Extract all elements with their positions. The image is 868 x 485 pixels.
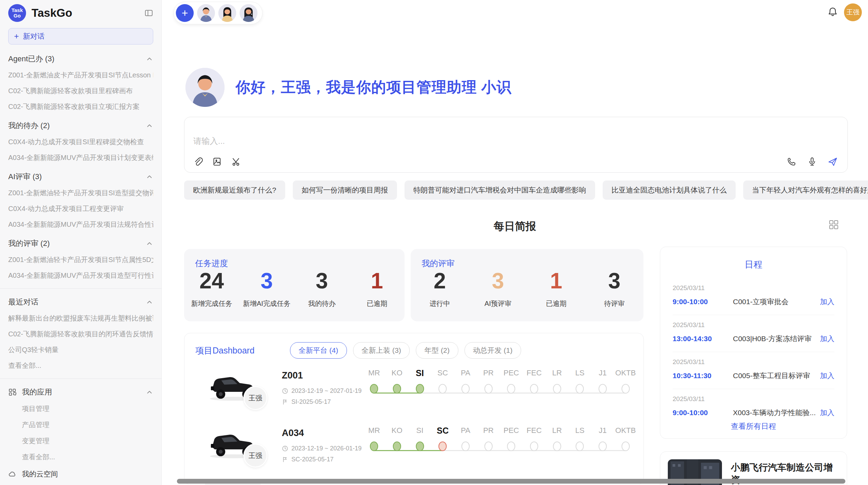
schedule-item[interactable]: 2025/03/11 13:00-14:30 C003|H0B-方案冻结评审 加… [673,315,834,352]
project-row-a034[interactable]: 王强 A034 2023-12-19 ~ 2026-01-19 SC-2025-… [184,420,643,478]
schedule-item[interactable]: 2025/03/11 9:00-10:00 C001-立项审批会 加入 [673,278,834,315]
milestone-label: J1 [591,421,614,437]
recent-conversation-item[interactable]: 公司Q3轻卡销量 [8,345,153,355]
milestone-dot [576,384,584,394]
image-icon[interactable] [212,157,222,167]
suggestion-chip[interactable]: 欧洲新规最近颁布了什么? [184,181,285,200]
plus-icon: + [14,32,19,41]
milestone-dot [438,442,447,451]
chat-input-placeholder: 请输入... [193,136,225,147]
horizontal-scrollbar[interactable] [177,479,845,484]
milestone-label: SC [431,421,454,437]
layout-grid-icon[interactable] [829,220,839,230]
section-title: 我的应用 [22,387,146,397]
sidebar-item[interactable]: C02-飞腾新能源轻客改款项目立项汇报方案 [8,102,153,111]
schedule-event-title: X003-车辆动力学性能验... [733,408,820,418]
my-apps-header[interactable]: 我的应用 [8,387,153,397]
sidebar-item[interactable]: A034-全新新能源MUV产品开发项目计划变更表编写 [8,153,153,162]
sidebar-item[interactable]: A034-全新新能源MUV产品开发项目法规符合性评审 [8,220,153,229]
sidebar-section-recent: 最近对话 解释最新出台的欧盟报废车法规再生塑料比例被调至15%... C02-飞… [8,297,153,370]
panel-toggle-icon[interactable] [144,9,153,17]
date-range: 2023-12-19 ~ 2027-01-19 [291,387,362,395]
project-owner-badge: 王强 [243,444,267,468]
view-all-apps[interactable]: 查看全部... [22,452,153,462]
section-header[interactable]: 我的评审 (2) [8,238,153,249]
schedule-title: 日程 [660,259,847,271]
new-agent-button[interactable]: + [176,4,194,22]
milestone-label: PEC [500,421,523,437]
milestone-ls: LS [568,421,591,476]
milestone-label: PR [477,421,500,437]
filter-new-body[interactable]: 全新上装 (3) [353,342,410,359]
user-avatar[interactable]: 王强 [844,3,862,21]
milestone-label: SC [431,363,454,379]
phone-icon[interactable] [786,157,797,167]
join-link[interactable]: 加入 [820,408,834,418]
sidebar-item[interactable]: Z001-全新燃油轻卡产品开发项目SI造型提交物评审 [8,188,153,198]
project-row-z001[interactable]: 王强 Z001 2023-12-19 ~ 2027-01-19 SI-2025-… [184,362,643,420]
agent-avatar-2[interactable] [218,4,236,22]
chat-input-box[interactable]: 请输入... [184,117,848,173]
sidebar-section-my-apps: 我的应用 项目管理 产品管理 变更管理 查看全部... [8,387,153,462]
section-title: 我的评审 (2) [8,238,50,249]
recent-conversation-item[interactable]: 解释最新出台的欧盟报废车法规再生塑料比例被调至15%... [8,314,153,323]
agent-avatar-3[interactable] [240,4,257,22]
user-name: 王强 [846,8,859,17]
stat-value: 3 [294,269,350,293]
milestone-pa: PA [454,421,477,476]
stat-value: 24 [184,269,239,293]
recent-conversation-item[interactable]: C02-飞腾新能源轻客改款项目的闭环通告反馈情况 [8,329,153,339]
view-all-conversations[interactable]: 查看全部... [8,361,153,370]
join-link[interactable]: 加入 [820,334,834,344]
greeting: 你好，王强，我是你的项目管理助理 小识 [185,68,511,107]
milestone-label: PR [477,363,500,379]
milestone-label: FEC [523,363,546,379]
sidebar-item[interactable]: C0X4-动力总成开发项目工程变更评审 [8,204,153,213]
milestone-oktb: OKTB [614,421,637,476]
sidebar-item-cloud-space[interactable]: 我的云空间 [8,469,153,479]
sidebar-item[interactable]: C0X4-动力总成开发项目SI里程碑提交物检查 [8,137,153,147]
notifications-button[interactable] [827,6,839,18]
sidebar-item[interactable]: Z001-全新燃油皮卡产品开发项目SI节点Lesson Learn报告 [8,71,153,80]
sidebar-item[interactable]: A034-全新新能源MUV产品开发项目造型可行性评审 [8,271,153,280]
filter-all-new-platform[interactable]: 全新平台 (4) [290,342,347,359]
sidebar-item[interactable]: C02-飞腾新能源轻客改款项目里程碑画布 [8,86,153,96]
app-item-project-mgmt[interactable]: 项目管理 [22,404,153,413]
app-item-change-mgmt[interactable]: 变更管理 [22,436,153,446]
milestone-sc: SC [431,421,454,476]
agent-avatar-1[interactable] [197,4,215,22]
chevron-up-icon[interactable] [146,388,153,396]
filter-powertrain[interactable]: 动总开发 (1) [465,342,521,359]
join-link[interactable]: 加入 [820,371,834,381]
scissors-icon[interactable] [231,157,241,167]
milestone-label: PEC [500,363,523,379]
sidebar-item[interactable]: Z001-全新燃油轻卡产品开发项目SI节点属性5D文件评审 [8,255,153,264]
paperclip-icon[interactable] [193,157,203,167]
schedule-item[interactable]: 2025/03/11 10:30-11:30 C005-整车工程目标评审 加入 [673,352,834,389]
suggestion-chip[interactable]: 当下年轻人对汽车外观有怎样的喜好趋势 [743,181,868,200]
chevron-up-icon[interactable] [146,240,153,247]
stat-value: 3 [585,269,643,293]
view-all-schedule-link[interactable]: 查看所有日程 [660,421,847,432]
join-link[interactable]: 加入 [820,297,834,307]
filter-year-model[interactable]: 年型 (2) [416,342,458,359]
section-header[interactable]: Agent已办 (3) [8,54,153,64]
stat-label: 新增完成任务 [184,299,239,308]
send-button[interactable] [828,157,838,167]
section-header[interactable]: 最近对话 [8,297,153,307]
schedule-item[interactable]: 2025/03/11 9:00-10:00 X003-车辆动力学性能验... 加… [673,389,834,426]
section-header[interactable]: 我的待办 (2) [8,121,153,131]
chevron-up-icon[interactable] [146,122,153,129]
chevron-up-icon[interactable] [146,173,153,181]
suggestion-chip[interactable]: 特朗普可能对进口汽车增税会对中国车企造成哪些影响 [405,181,595,200]
new-chat-button[interactable]: + 新对话 [8,28,153,45]
daily-briefing-title: 每日简报 [162,219,868,234]
suggestion-chip[interactable]: 比亚迪全固态电池计划具体说了什么 [603,181,736,200]
app-item-product-mgmt[interactable]: 产品管理 [22,420,153,430]
chevron-up-icon[interactable] [146,55,153,63]
milestone-ls: LS [568,363,591,418]
suggestion-chip[interactable]: 如何写一份清晰的项目周报 [293,181,397,200]
mic-icon[interactable] [807,157,817,167]
chevron-up-icon[interactable] [146,298,153,306]
section-header[interactable]: AI评审 (3) [8,172,153,182]
